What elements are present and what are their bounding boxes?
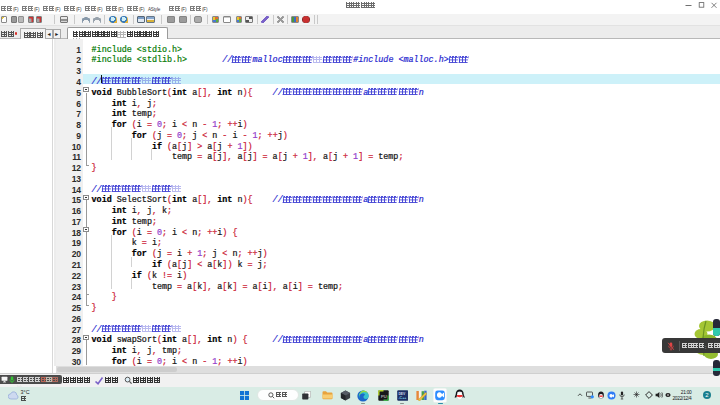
svg-text:PU: PU (381, 394, 387, 399)
svg-text:-C++: -C++ (398, 396, 406, 400)
svg-text:DEV: DEV (398, 391, 406, 395)
